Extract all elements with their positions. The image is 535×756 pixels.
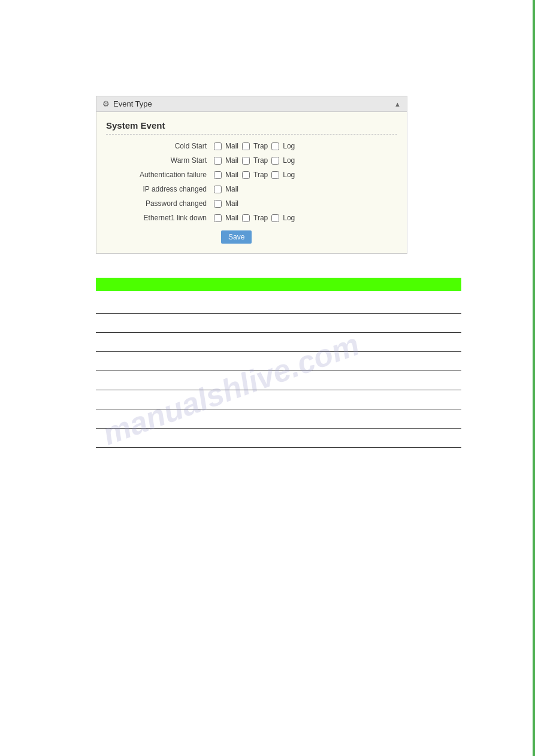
line-row bbox=[96, 296, 461, 314]
cold-start-log-label: Log bbox=[283, 142, 295, 150]
event-row-password-changed: Password changed Mail bbox=[106, 199, 397, 208]
ip-changed-mail-checkbox[interactable] bbox=[214, 186, 222, 193]
password-changed-mail-label: Mail bbox=[225, 199, 238, 208]
event-options-eth1-link-down: Mail Trap Log bbox=[214, 214, 295, 222]
cold-start-log-checkbox[interactable] bbox=[271, 142, 279, 150]
event-row-ip-changed: IP address changed Mail bbox=[106, 185, 397, 193]
eth1-link-down-log-label: Log bbox=[283, 214, 295, 222]
ip-changed-mail-label: Mail bbox=[225, 185, 238, 193]
auth-failure-log-checkbox[interactable] bbox=[271, 171, 279, 179]
save-button[interactable]: Save bbox=[221, 230, 252, 244]
event-panel: ⚙ Event Type ▲ System Event Cold Start M… bbox=[96, 96, 407, 254]
eth1-link-down-mail-checkbox[interactable] bbox=[214, 214, 222, 222]
event-row-auth-failure: Authentication failure Mail Trap Log bbox=[106, 171, 397, 179]
event-options-cold-start: Mail Trap Log bbox=[214, 142, 295, 150]
auth-failure-trap-checkbox[interactable] bbox=[242, 171, 250, 179]
event-label-warm-start: Warm Start bbox=[106, 156, 214, 165]
warm-start-log-label: Log bbox=[283, 156, 295, 165]
green-bar bbox=[96, 278, 461, 291]
right-border bbox=[533, 0, 535, 756]
line-row bbox=[96, 334, 461, 352]
save-row: Save bbox=[106, 230, 397, 244]
auth-failure-mail-checkbox[interactable] bbox=[214, 171, 222, 179]
auth-failure-log-label: Log bbox=[283, 171, 295, 179]
warm-start-trap-label: Trap bbox=[253, 156, 268, 165]
line-row bbox=[96, 353, 461, 371]
section-title: System Event bbox=[106, 120, 397, 135]
event-options-warm-start: Mail Trap Log bbox=[214, 156, 295, 165]
event-label-ip-changed: IP address changed bbox=[106, 185, 214, 193]
auth-failure-mail-label: Mail bbox=[225, 171, 238, 179]
cold-start-trap-label: Trap bbox=[253, 142, 268, 150]
eth1-link-down-log-checkbox[interactable] bbox=[271, 214, 279, 222]
event-row-warm-start: Warm Start Mail Trap Log bbox=[106, 156, 397, 165]
event-label-eth1-link-down: Ethernet1 link down bbox=[106, 214, 214, 222]
line-row bbox=[96, 315, 461, 333]
collapse-icon[interactable]: ▲ bbox=[394, 101, 401, 108]
password-changed-mail-checkbox[interactable] bbox=[214, 200, 222, 208]
event-label-cold-start: Cold Start bbox=[106, 142, 214, 150]
line-row bbox=[96, 391, 461, 409]
line-row bbox=[96, 411, 461, 429]
warm-start-mail-label: Mail bbox=[225, 156, 238, 165]
auth-failure-trap-label: Trap bbox=[253, 171, 268, 179]
page-content: ⚙ Event Type ▲ System Event Cold Start M… bbox=[0, 0, 535, 473]
event-label-auth-failure: Authentication failure bbox=[106, 171, 214, 179]
line-row bbox=[96, 430, 461, 448]
event-row-eth1-link-down: Ethernet1 link down Mail Trap Log bbox=[106, 214, 397, 222]
eth1-link-down-trap-label: Trap bbox=[253, 214, 268, 222]
gear-icon: ⚙ bbox=[102, 99, 110, 108]
panel-header-left: ⚙ Event Type bbox=[102, 99, 152, 108]
cold-start-mail-label: Mail bbox=[225, 142, 238, 150]
cold-start-mail-checkbox[interactable] bbox=[214, 142, 222, 150]
warm-start-mail-checkbox[interactable] bbox=[214, 157, 222, 165]
warm-start-trap-checkbox[interactable] bbox=[242, 157, 250, 165]
eth1-link-down-trap-checkbox[interactable] bbox=[242, 214, 250, 222]
panel-title: Event Type bbox=[113, 99, 152, 108]
line-row bbox=[96, 372, 461, 390]
warm-start-log-checkbox[interactable] bbox=[271, 157, 279, 165]
event-options-ip-changed: Mail bbox=[214, 185, 238, 193]
panel-header: ⚙ Event Type ▲ bbox=[96, 96, 407, 112]
panel-body: System Event Cold Start Mail Trap Log Wa… bbox=[96, 112, 407, 253]
event-label-password-changed: Password changed bbox=[106, 199, 214, 208]
event-options-auth-failure: Mail Trap Log bbox=[214, 171, 295, 179]
event-row-cold-start: Cold Start Mail Trap Log bbox=[106, 142, 397, 150]
eth1-link-down-mail-label: Mail bbox=[225, 214, 238, 222]
event-options-password-changed: Mail bbox=[214, 199, 238, 208]
cold-start-trap-checkbox[interactable] bbox=[242, 142, 250, 150]
lines-section bbox=[96, 296, 461, 448]
